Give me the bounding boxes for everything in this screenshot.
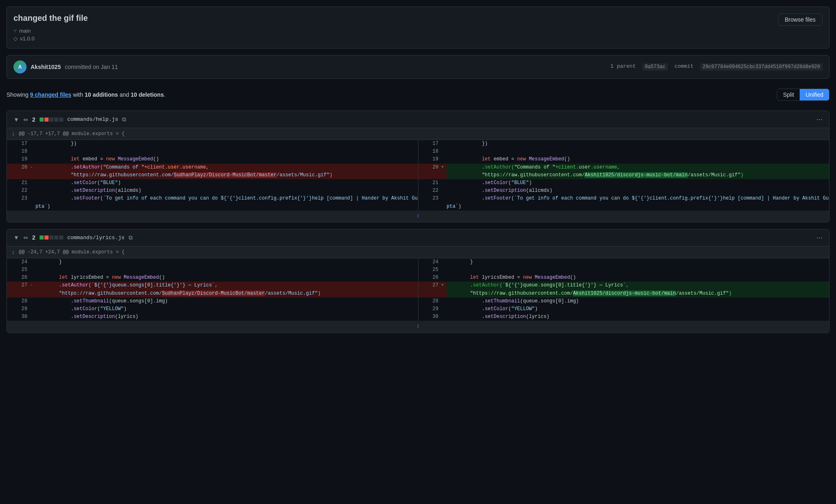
diff-file-header-help: ▼ ⇔ 2 commands/help.js ⧉ ···: [7, 111, 829, 128]
line-num-right: 30: [418, 313, 438, 321]
view-toggle: Split Unified: [777, 89, 829, 101]
diff-row: 30 .setDescription(lyrics) 30 .setDescri…: [7, 313, 829, 321]
commit-date: committed on Jan 11: [65, 64, 118, 70]
copy-icon-lyrics[interactable]: ⧉: [129, 234, 133, 241]
line-content-right: .setThumbnail(queue.songs[0].img): [447, 298, 829, 305]
page-container: changed the gif file ⑂ main ◇ v1.0.0 Bro…: [0, 0, 836, 346]
diff-sign-left: [27, 179, 36, 187]
split-view-button[interactable]: Split: [777, 89, 800, 100]
diff-bar-green: [40, 235, 44, 240]
line-num-left: 27: [7, 282, 27, 297]
diff-sign-right: [438, 298, 447, 305]
line-num-right: 23: [418, 195, 438, 210]
line-num-right: 17: [418, 140, 438, 148]
line-content-right: .setColor("BLUE"): [447, 179, 829, 187]
collapse-icon[interactable]: ▼: [13, 116, 19, 123]
diff-file-header-right-lyrics: ···: [816, 233, 823, 242]
diff-sign-right: [438, 266, 447, 274]
line-num-right: 22: [418, 187, 438, 195]
line-content-left: .setThumbnail(queue.songs[0].img): [36, 298, 418, 305]
showing-text: Showing: [7, 91, 29, 98]
branch-icon: ⑂: [13, 28, 17, 34]
avatar: A: [13, 60, 27, 73]
line-num-right-lyrics: 27: [418, 282, 438, 297]
file-path-help: commands/help.js: [67, 116, 118, 122]
parent-hash[interactable]: 0a573ac: [643, 63, 668, 71]
hunk-expand-icon-lyrics[interactable]: ↕: [12, 249, 15, 255]
diff-row: 22 .setDescription(allcmds) 22 .setDescr…: [7, 187, 829, 195]
hunk-range-help: @@ -17,7 +17,7 @@ module.exports = {: [19, 131, 125, 137]
line-num-left: 29: [7, 305, 27, 313]
commit-title: changed the gif file: [13, 13, 88, 23]
diff-hunk-header-help: ↕ @@ -17,7 +17,7 @@ module.exports = {: [7, 128, 829, 140]
expand-button-lyrics[interactable]: ↕: [417, 322, 420, 329]
diff-sign-right: [438, 313, 447, 321]
diff-bar-gray-3: [59, 235, 63, 240]
diff-sign-right: [438, 179, 447, 187]
file-path-lyrics: commands/lyrics.js: [67, 235, 125, 241]
hunk-expand-icon[interactable]: ↕: [12, 131, 15, 137]
line-num-right: 28: [418, 298, 438, 305]
commit-hashes: 1 parent 0a573ac commit 29c07784e094625c…: [610, 63, 823, 71]
diff-bar-gray-2: [54, 118, 58, 122]
diff-sign-left: [27, 148, 36, 155]
commit-label: commit: [674, 63, 694, 71]
diff-row: 26 let lyricsEmbed = new MessageEmbed() …: [7, 274, 829, 282]
diff-table-help: 17 }) 17 }) 18 18 19: [7, 140, 829, 222]
files-bar: Showing 9 changed files with 10 addition…: [7, 85, 829, 104]
line-content-left: }): [36, 140, 418, 148]
diff-bar-gray-2: [54, 235, 58, 240]
hunk-range-lyrics: @@ -24,7 +24,7 @@ module.exports = {: [19, 249, 125, 255]
line-num-left: 28: [7, 298, 27, 305]
line-num-right: 21: [418, 179, 438, 187]
line-num-left: 20: [7, 164, 27, 179]
line-num-left: 30: [7, 313, 27, 321]
diff-row: 25 25: [7, 266, 829, 274]
diff-row: 21 .setColor("BLUE") 21 .setColor("BLUE"…: [7, 179, 829, 187]
line-content-left: .setFooter(`To get info of each command …: [36, 195, 418, 210]
diff-row: 19 let embed = new MessageEmbed() 19 let…: [7, 155, 829, 163]
line-num-left: 24: [7, 258, 27, 266]
line-content-right: }): [447, 140, 829, 148]
line-content-right: .setFooter(`To get info of each command …: [447, 195, 829, 210]
line-content-left: let embed = new MessageEmbed(): [36, 155, 418, 163]
unified-view-button[interactable]: Unified: [800, 89, 829, 100]
changed-files-link[interactable]: 9 changed files: [30, 91, 71, 98]
diff-sign-right: [438, 148, 447, 155]
diff-sign-left: [27, 140, 36, 148]
diff-sign-add: +: [438, 164, 447, 179]
expand-button-help[interactable]: ↕: [417, 212, 420, 219]
line-num-left: 21: [7, 179, 27, 187]
more-options-icon-help[interactable]: ···: [816, 115, 823, 124]
line-content-right: let embed = new MessageEmbed(): [447, 155, 829, 163]
commit-hash[interactable]: 29c07784e094625cbc337dd4518f997d28d8e920: [700, 63, 823, 71]
commit-tag: ◇ v1.0.0: [13, 36, 88, 42]
more-options-icon-lyrics[interactable]: ···: [816, 233, 823, 242]
copy-icon-help[interactable]: ⧉: [122, 116, 126, 123]
diff-sign-right: [438, 195, 447, 210]
diff-bar-red: [44, 118, 49, 122]
diff-count: 2: [32, 116, 36, 123]
line-content-left: .setColor("YELLOW"): [36, 305, 418, 313]
diff-sign-right: [438, 187, 447, 195]
period: .: [164, 91, 165, 98]
browse-files-button[interactable]: Browse files: [778, 13, 823, 26]
collapse-icon-lyrics[interactable]: ▼: [13, 234, 19, 241]
line-content-right: [447, 148, 829, 155]
diff-sign-left: [27, 274, 36, 282]
diff-row: 24 } 24 }: [7, 258, 829, 266]
line-num-right: 18: [418, 148, 438, 155]
diff-sign-right: [438, 140, 447, 148]
and-text: and: [120, 91, 129, 98]
author-name: Akshit1025: [31, 64, 61, 70]
commit-header: changed the gif file ⑂ main ◇ v1.0.0 Bro…: [7, 7, 829, 49]
diff-row-deletion: 20 - .setAuthor("Commands of "+client.us…: [7, 164, 829, 179]
diff-file-help: ▼ ⇔ 2 commands/help.js ⧉ ··· ↕ @@ -17,: [7, 111, 829, 222]
diff-row: 28 .setThumbnail(queue.songs[0].img) 28 …: [7, 298, 829, 305]
line-content-right: [447, 266, 829, 274]
line-content-right: .setDescription(lyrics): [447, 313, 829, 321]
diff-file-header-left-lyrics: ▼ ⇔ 2 commands/lyrics.js ⧉: [13, 234, 133, 241]
line-num-right: 29: [418, 305, 438, 313]
parent-label: 1 parent: [610, 63, 636, 71]
line-content-right: let lyricsEmbed = new MessageEmbed(): [447, 274, 829, 282]
